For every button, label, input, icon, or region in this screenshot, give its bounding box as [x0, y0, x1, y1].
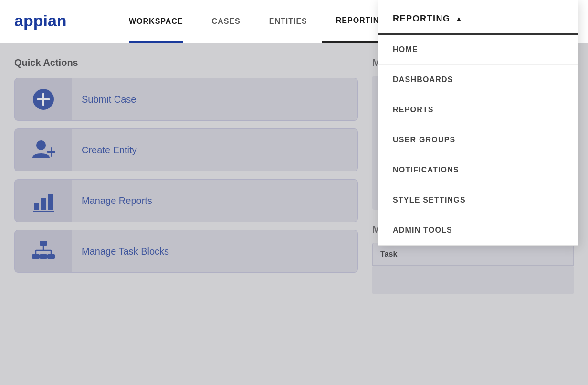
svg-text:appian: appian [14, 11, 67, 30]
nav-entities[interactable]: ENTITIES [255, 0, 322, 43]
main-nav: WORKSPACE CASES ENTITIES REPORTING ▲ [115, 0, 411, 43]
nav-workspace[interactable]: WORKSPACE [115, 0, 198, 43]
dropdown-chevron-up-icon: ▲ [455, 15, 463, 23]
dropdown-item-dashboards[interactable]: DASHBOARDS [378, 65, 578, 95]
dropdown-item-admin-tools[interactable]: ADMIN TOOLS [378, 215, 578, 245]
nav-cases[interactable]: CASES [198, 0, 255, 43]
dropdown-item-reports[interactable]: REPORTS [378, 95, 578, 125]
dropdown-item-home[interactable]: HOME [378, 35, 578, 65]
appian-logo[interactable]: appian [14, 11, 76, 32]
dropdown-item-style-settings[interactable]: STYLE SETTINGS [378, 185, 578, 215]
dropdown-item-user-groups[interactable]: USER GROUPS [378, 125, 578, 155]
dropdown-header[interactable]: REPORTING ▲ [378, 0, 578, 35]
reporting-dropdown: REPORTING ▲ HOME DASHBOARDS REPORTS USER… [378, 0, 578, 246]
dropdown-item-notifications[interactable]: NOTIFICATIONS [378, 155, 578, 185]
